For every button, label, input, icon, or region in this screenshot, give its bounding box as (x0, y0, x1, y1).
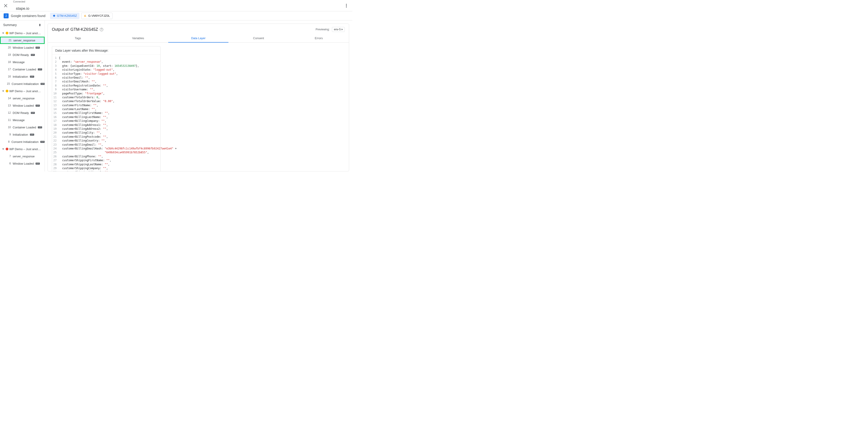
code-badge-icon: </> (35, 162, 40, 164)
event-item[interactable]: 17Container Loaded</> (0, 66, 44, 73)
event-item[interactable]: 9Initialization</> (0, 131, 44, 138)
env-selector[interactable]: env-5 (332, 27, 345, 32)
code-content: customerBillingPhone: "", (59, 155, 160, 158)
status-dot-icon (6, 90, 8, 92)
line-number: 19 (52, 127, 59, 131)
code-content: customerBillingFirstName: "", (59, 111, 160, 115)
event-num: 20 (7, 46, 11, 49)
code-content: visitorUsername: "", (59, 88, 160, 91)
code-line: 30 customerShippingAddress1: "", (52, 170, 160, 171)
code-badge-icon: </> (35, 47, 40, 49)
code-line: 7 visitorEmailHash: "", (52, 80, 160, 84)
event-item[interactable]: 8Consent Initialization</> (0, 138, 44, 145)
line-number: 5 (52, 72, 59, 76)
code-content: gtm: {uniqueEventId: 10, start: 16545321… (59, 64, 160, 68)
code-line: 10 pagePostType: "frontpage", (52, 92, 160, 96)
chevron-right-icon (342, 29, 343, 30)
line-number: 27 (52, 158, 59, 162)
code-line: 17 customerBillingCompany: "", (52, 119, 160, 123)
code-content: visitorEmailHash: "", (59, 80, 160, 84)
tab-consent[interactable]: Consent (228, 34, 289, 42)
code-line: 13 customerFirstName: "", (52, 103, 160, 107)
line-number: 28 (52, 162, 59, 167)
help-icon[interactable]: ? (100, 28, 103, 31)
card-head: Output of GTM-KZ6S45Z ? Previewing: env-… (48, 24, 349, 34)
line-number: 7 (52, 80, 59, 84)
event-item[interactable]: 12DOM Ready</> (0, 109, 44, 116)
output-card: Output of GTM-KZ6S45Z ? Previewing: env-… (48, 24, 349, 172)
clear-icon[interactable] (38, 23, 41, 27)
event-item[interactable]: 21server_response (0, 37, 44, 44)
title-block: Connected stape.io (13, 0, 29, 11)
code-line: 20 customerBillingCity: "", (52, 131, 160, 135)
code-badge-icon: </> (38, 126, 42, 128)
event-group-head[interactable]: WP Demo – Just anothe... (0, 145, 44, 153)
event-item[interactable]: 20Window Loaded</> (0, 44, 44, 51)
line-number: 14 (52, 107, 59, 111)
tab-errors[interactable]: Errors (289, 34, 349, 42)
event-num: 21 (7, 39, 11, 42)
code-content: event: "server_response", (59, 60, 160, 64)
event-num: 8 (7, 140, 9, 143)
event-group-head[interactable]: WP Demo – Just anothe... (0, 87, 44, 95)
event-num: 18 (7, 60, 11, 64)
event-item[interactable]: 7server_response (0, 153, 44, 160)
analytics-icon (84, 14, 87, 18)
code-line: 19 customerBillingAddress2: "", (52, 127, 160, 131)
event-num: 15 (7, 82, 10, 85)
event-item[interactable]: 6Window Loaded</> (0, 160, 44, 167)
container-chip[interactable]: G-VM9YCFJZ0L (81, 13, 113, 19)
event-group-head[interactable]: WP Demo – Just anothe... (0, 29, 44, 37)
event-num: 14 (7, 97, 11, 100)
code-badge-icon: </> (40, 83, 45, 85)
event-item[interactable]: 14server_response (0, 95, 44, 102)
code-line: 1{ (52, 56, 160, 60)
output-title-id: GTM-KZ6S45Z (70, 27, 98, 32)
close-icon[interactable] (4, 4, 8, 8)
event-item[interactable]: 16Initialization</> (0, 73, 44, 80)
line-number: 24 (52, 147, 59, 151)
event-num: 9 (7, 133, 11, 136)
code-line: 21 customerBillingPostcode: "", (52, 135, 160, 139)
tab-variables[interactable]: Variables (108, 34, 168, 42)
event-item[interactable]: 11Message (0, 116, 44, 124)
code-content: customerShippingFirstName: "", (59, 158, 160, 162)
line-number: 18 (52, 123, 59, 127)
caret-down-icon (2, 91, 4, 92)
output-title-prefix: Output of (52, 27, 69, 32)
code-line: 18 customerBillingAddress1: "", (52, 123, 160, 127)
code-content: customerBillingAddress2: "", (59, 127, 160, 131)
event-item[interactable]: 19DOM Ready</> (0, 51, 44, 58)
code-content: customerBillingEmail: "", (59, 143, 160, 147)
code-badge-icon: </> (38, 68, 42, 70)
kebab-menu-icon[interactable] (344, 3, 349, 8)
code-line: 23 customerBillingEmail: "", (52, 143, 160, 147)
event-item[interactable]: 18Message (0, 58, 44, 66)
code-line: 25 "649b934ca495991b7852b855", (52, 151, 160, 154)
group-label: WP Demo – Just anothe... (9, 147, 41, 151)
line-number: 17 (52, 119, 59, 123)
code-content: customerShippingCompany: "", (59, 167, 160, 170)
container-chip[interactable]: GTM-KZ6S45Z (50, 13, 80, 19)
event-label: server_response (13, 97, 35, 100)
event-label: Window Loaded (13, 104, 34, 107)
line-number: 1 (52, 56, 59, 60)
event-item[interactable]: 13Window Loaded</> (0, 102, 44, 109)
connected-label: Connected (13, 0, 29, 3)
event-item[interactable]: 10Container Loaded</> (0, 124, 44, 131)
event-label: Consent Initialization (11, 82, 39, 86)
event-label: DOM Ready (13, 111, 29, 115)
code-content: visitorEmail: "", (59, 76, 160, 80)
code-badge-icon: </> (40, 141, 44, 143)
previewing-label: Previewing: (316, 28, 330, 31)
tab-data-layer[interactable]: Data Layer (168, 34, 228, 42)
code-line: 2 event: "server_response", (52, 60, 160, 64)
event-item[interactable]: 15Consent Initialization</> (0, 80, 44, 87)
event-num: 10 (7, 126, 11, 129)
code-line: 28 customerShippingLastName: "", (52, 162, 160, 167)
code-content: visitorType: "visitor-logged-out", (59, 72, 160, 76)
line-number: 25 (52, 151, 59, 154)
tabs: TagsVariablesData LayerConsentErrors (48, 34, 349, 42)
line-number: 26 (52, 155, 59, 158)
tab-tags[interactable]: Tags (48, 34, 108, 42)
